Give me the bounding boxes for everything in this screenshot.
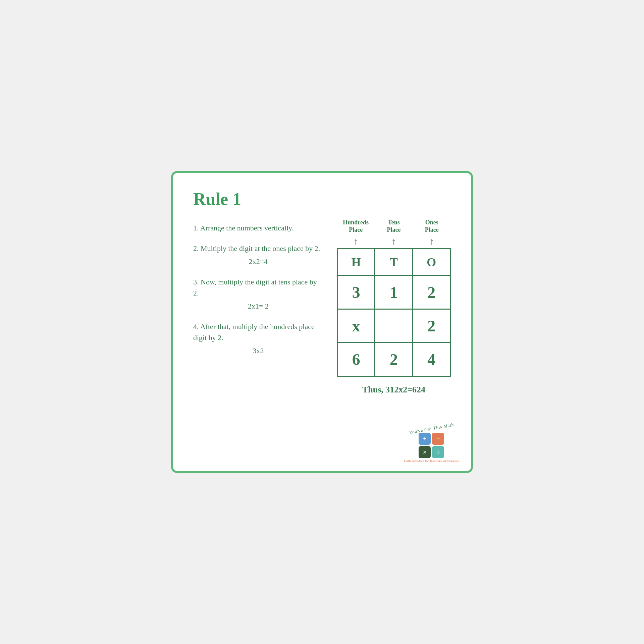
tagline: Math and More for Teachers and Parents	[404, 460, 459, 463]
logo-area: You've Got This Math + − × ÷ Math and Mo…	[404, 426, 459, 463]
logo-icons-grid: + − × ÷	[419, 433, 444, 458]
grid-cell: 3	[337, 276, 375, 309]
plus-icon: +	[419, 433, 431, 445]
main-card: Rule 1 1. Arrange the numbers vertically…	[171, 171, 473, 473]
ones-place-label: OnesPlace	[413, 219, 450, 233]
place-labels-row: HundredsPlace TensPlace OnesPlace	[337, 219, 451, 233]
arrows-row: ↑ ↑ ↑	[337, 236, 451, 247]
step-1: 1. Arrange the numbers vertically.	[193, 222, 323, 233]
content-area: 1. Arrange the numbers vertically. 2. Mu…	[193, 222, 451, 395]
grid-column: HundredsPlace TensPlace OnesPlace ↑ ↑ ↑ …	[337, 219, 451, 395]
grid-cell: x	[337, 309, 375, 343]
step-2: 2. Multiply the digit at the ones place …	[193, 243, 323, 267]
step-4: 4. After that, multiply the hundreds pla…	[193, 321, 323, 356]
tens-place-label: TensPlace	[375, 219, 412, 233]
grid-cell	[375, 309, 413, 343]
step-3: 3. Now, multiply the digit at tens place…	[193, 276, 323, 312]
thus-statement: Thus, 312x2=624	[362, 385, 425, 395]
grid-cell: 4	[413, 343, 450, 376]
hundreds-place-label: HundredsPlace	[337, 219, 374, 233]
page-title: Rule 1	[193, 189, 451, 209]
grid-header-cell: O	[413, 249, 450, 276]
multiply-icon: ×	[419, 446, 431, 458]
steps-column: 1. Arrange the numbers vertically. 2. Mu…	[193, 222, 323, 366]
tens-arrow: ↑	[375, 236, 412, 247]
divide-icon: ÷	[432, 446, 444, 458]
hundreds-arrow: ↑	[337, 236, 374, 247]
grid-header-cell: H	[337, 249, 375, 276]
ones-arrow: ↑	[413, 236, 450, 247]
grid-cell: 2	[413, 276, 450, 309]
grid-cell: 1	[375, 276, 413, 309]
grid-cell: 6	[337, 343, 375, 376]
minus-icon: −	[432, 433, 444, 445]
grid-cell: 2	[375, 343, 413, 376]
grid-header-cell: T	[375, 249, 413, 276]
grid-cell: 2	[413, 309, 450, 343]
multiplication-grid: HTO312x2624	[337, 248, 451, 377]
